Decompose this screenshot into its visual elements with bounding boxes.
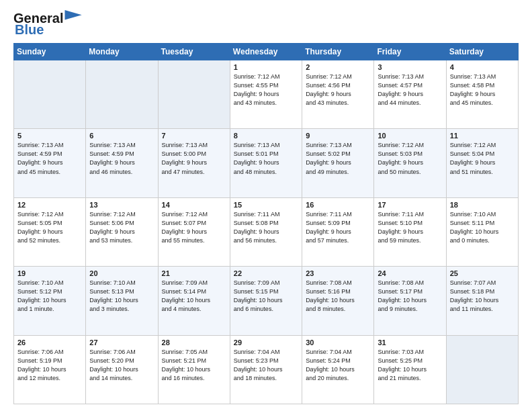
day-info: Sunrise: 7:06 AM Sunset: 5:20 PM Dayligh… <box>89 348 154 383</box>
header: General Blue <box>13 11 519 38</box>
day-info: Sunrise: 7:12 AM Sunset: 5:03 PM Dayligh… <box>378 141 442 176</box>
day-cell-11: 11Sunrise: 7:12 AM Sunset: 5:04 PM Dayli… <box>446 129 518 197</box>
day-cell-16: 16Sunrise: 7:11 AM Sunset: 5:09 PM Dayli… <box>302 197 374 266</box>
day-cell-18: 18Sunrise: 7:10 AM Sunset: 5:11 PM Dayli… <box>446 197 518 266</box>
day-info: Sunrise: 7:08 AM Sunset: 5:16 PM Dayligh… <box>306 279 370 314</box>
page: General Blue SundayMondayTuesdayWednesda… <box>0 0 532 411</box>
day-number: 14 <box>162 201 226 209</box>
weekday-header-wednesday: Wednesday <box>230 44 302 60</box>
day-cell-26: 26Sunrise: 7:06 AM Sunset: 5:19 PM Dayli… <box>14 335 86 404</box>
day-number: 9 <box>306 132 370 140</box>
empty-cell <box>446 335 518 404</box>
day-cell-10: 10Sunrise: 7:12 AM Sunset: 5:03 PM Dayli… <box>374 129 446 197</box>
day-info: Sunrise: 7:03 AM Sunset: 5:25 PM Dayligh… <box>378 348 442 383</box>
day-info: Sunrise: 7:12 AM Sunset: 4:56 PM Dayligh… <box>306 73 370 107</box>
day-cell-23: 23Sunrise: 7:08 AM Sunset: 5:16 PM Dayli… <box>302 267 374 335</box>
day-number: 13 <box>89 201 154 209</box>
day-number: 26 <box>17 338 82 347</box>
weekday-header-friday: Friday <box>374 44 446 60</box>
day-number: 11 <box>450 132 515 140</box>
day-cell-5: 5Sunrise: 7:13 AM Sunset: 4:59 PM Daylig… <box>14 129 86 197</box>
day-info: Sunrise: 7:13 AM Sunset: 5:00 PM Dayligh… <box>162 141 226 176</box>
logo-flag-icon <box>64 10 83 22</box>
day-cell-8: 8Sunrise: 7:13 AM Sunset: 5:01 PM Daylig… <box>230 129 302 197</box>
day-number: 12 <box>17 201 82 209</box>
svg-marker-0 <box>65 10 82 19</box>
week-row-2: 5Sunrise: 7:13 AM Sunset: 4:59 PM Daylig… <box>14 129 519 197</box>
day-number: 31 <box>378 338 442 347</box>
day-number: 24 <box>378 269 442 277</box>
day-info: Sunrise: 7:04 AM Sunset: 5:23 PM Dayligh… <box>234 348 298 383</box>
day-info: Sunrise: 7:12 AM Sunset: 5:04 PM Dayligh… <box>450 141 515 176</box>
day-cell-24: 24Sunrise: 7:08 AM Sunset: 5:17 PM Dayli… <box>374 267 446 335</box>
day-number: 16 <box>306 201 370 209</box>
day-number: 6 <box>89 132 154 140</box>
day-cell-28: 28Sunrise: 7:05 AM Sunset: 5:21 PM Dayli… <box>158 335 230 404</box>
day-info: Sunrise: 7:13 AM Sunset: 4:58 PM Dayligh… <box>450 73 515 107</box>
day-number: 19 <box>17 269 82 277</box>
day-info: Sunrise: 7:05 AM Sunset: 5:21 PM Dayligh… <box>162 348 226 383</box>
day-info: Sunrise: 7:06 AM Sunset: 5:19 PM Dayligh… <box>17 348 82 383</box>
day-cell-3: 3Sunrise: 7:13 AM Sunset: 4:57 PM Daylig… <box>374 60 446 129</box>
day-info: Sunrise: 7:13 AM Sunset: 4:59 PM Dayligh… <box>17 141 82 176</box>
day-info: Sunrise: 7:13 AM Sunset: 4:57 PM Dayligh… <box>378 73 442 107</box>
weekday-header-thursday: Thursday <box>302 44 374 60</box>
day-cell-30: 30Sunrise: 7:04 AM Sunset: 5:24 PM Dayli… <box>302 335 374 404</box>
weekday-header-tuesday: Tuesday <box>158 44 230 60</box>
day-number: 7 <box>162 132 226 140</box>
empty-cell <box>14 60 86 129</box>
day-info: Sunrise: 7:10 AM Sunset: 5:13 PM Dayligh… <box>89 279 154 314</box>
day-number: 4 <box>450 63 515 71</box>
day-info: Sunrise: 7:12 AM Sunset: 5:06 PM Dayligh… <box>89 210 154 245</box>
week-row-5: 26Sunrise: 7:06 AM Sunset: 5:19 PM Dayli… <box>14 335 519 404</box>
day-info: Sunrise: 7:13 AM Sunset: 5:01 PM Dayligh… <box>234 141 298 176</box>
day-cell-15: 15Sunrise: 7:11 AM Sunset: 5:08 PM Dayli… <box>230 197 302 266</box>
day-info: Sunrise: 7:11 AM Sunset: 5:09 PM Dayligh… <box>306 210 370 245</box>
day-cell-22: 22Sunrise: 7:09 AM Sunset: 5:15 PM Dayli… <box>230 267 302 335</box>
day-cell-21: 21Sunrise: 7:09 AM Sunset: 5:14 PM Dayli… <box>158 267 230 335</box>
day-info: Sunrise: 7:04 AM Sunset: 5:24 PM Dayligh… <box>306 348 370 383</box>
day-cell-29: 29Sunrise: 7:04 AM Sunset: 5:23 PM Dayli… <box>230 335 302 404</box>
day-cell-2: 2Sunrise: 7:12 AM Sunset: 4:56 PM Daylig… <box>302 60 374 129</box>
day-info: Sunrise: 7:10 AM Sunset: 5:12 PM Dayligh… <box>17 279 82 314</box>
day-info: Sunrise: 7:07 AM Sunset: 5:18 PM Dayligh… <box>450 279 515 314</box>
day-number: 5 <box>17 132 82 140</box>
day-cell-9: 9Sunrise: 7:13 AM Sunset: 5:02 PM Daylig… <box>302 129 374 197</box>
day-cell-4: 4Sunrise: 7:13 AM Sunset: 4:58 PM Daylig… <box>446 60 518 129</box>
day-info: Sunrise: 7:08 AM Sunset: 5:17 PM Dayligh… <box>378 279 442 314</box>
day-number: 1 <box>234 63 298 71</box>
day-cell-25: 25Sunrise: 7:07 AM Sunset: 5:18 PM Dayli… <box>446 267 518 335</box>
day-info: Sunrise: 7:11 AM Sunset: 5:08 PM Dayligh… <box>234 210 298 245</box>
weekday-header-saturday: Saturday <box>446 44 518 60</box>
day-number: 15 <box>234 201 298 209</box>
day-cell-7: 7Sunrise: 7:13 AM Sunset: 5:00 PM Daylig… <box>158 129 230 197</box>
day-cell-17: 17Sunrise: 7:11 AM Sunset: 5:10 PM Dayli… <box>374 197 446 266</box>
week-row-1: 1Sunrise: 7:12 AM Sunset: 4:55 PM Daylig… <box>14 60 519 129</box>
day-cell-6: 6Sunrise: 7:13 AM Sunset: 4:59 PM Daylig… <box>86 129 158 197</box>
day-cell-14: 14Sunrise: 7:12 AM Sunset: 5:07 PM Dayli… <box>158 197 230 266</box>
day-number: 29 <box>234 338 298 347</box>
day-number: 25 <box>450 269 515 277</box>
week-row-4: 19Sunrise: 7:10 AM Sunset: 5:12 PM Dayli… <box>14 267 519 335</box>
day-info: Sunrise: 7:12 AM Sunset: 5:05 PM Dayligh… <box>17 210 82 245</box>
day-cell-1: 1Sunrise: 7:12 AM Sunset: 4:55 PM Daylig… <box>230 60 302 129</box>
day-number: 8 <box>234 132 298 140</box>
day-cell-20: 20Sunrise: 7:10 AM Sunset: 5:13 PM Dayli… <box>86 267 158 335</box>
empty-cell <box>158 60 230 129</box>
day-info: Sunrise: 7:09 AM Sunset: 5:15 PM Dayligh… <box>234 279 298 314</box>
weekday-header-sunday: Sunday <box>14 44 86 60</box>
week-row-3: 12Sunrise: 7:12 AM Sunset: 5:05 PM Dayli… <box>14 197 519 266</box>
day-cell-31: 31Sunrise: 7:03 AM Sunset: 5:25 PM Dayli… <box>374 335 446 404</box>
day-info: Sunrise: 7:12 AM Sunset: 5:07 PM Dayligh… <box>162 210 226 245</box>
day-number: 30 <box>306 338 370 347</box>
calendar-table: SundayMondayTuesdayWednesdayThursdayFrid… <box>13 43 519 404</box>
day-number: 3 <box>378 63 442 71</box>
day-info: Sunrise: 7:09 AM Sunset: 5:14 PM Dayligh… <box>162 279 226 314</box>
day-number: 23 <box>306 269 370 277</box>
day-cell-27: 27Sunrise: 7:06 AM Sunset: 5:20 PM Dayli… <box>86 335 158 404</box>
logo-blue: Blue <box>15 22 44 38</box>
day-number: 20 <box>89 269 154 277</box>
day-cell-12: 12Sunrise: 7:12 AM Sunset: 5:05 PM Dayli… <box>14 197 86 266</box>
day-info: Sunrise: 7:13 AM Sunset: 4:59 PM Dayligh… <box>89 141 154 176</box>
day-info: Sunrise: 7:11 AM Sunset: 5:10 PM Dayligh… <box>378 210 442 245</box>
